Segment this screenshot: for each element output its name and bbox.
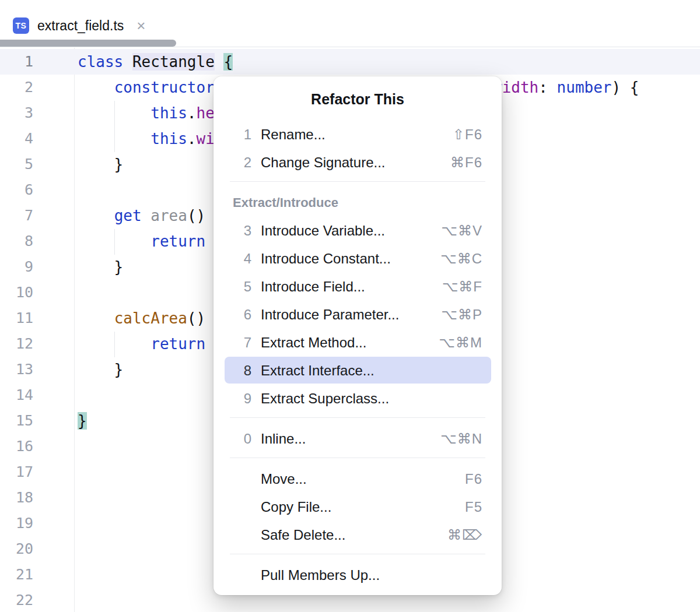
line-number: 20 xyxy=(0,536,33,562)
menu-item-label: Move... xyxy=(261,471,465,487)
line-number: 4 xyxy=(0,126,33,152)
code-token xyxy=(142,207,151,224)
menu-item-change-signature[interactable]: 2Change Signature...⌘F6 xyxy=(214,149,502,177)
menu-item-inline[interactable]: 0Inline...⌥⌘N xyxy=(214,425,502,453)
popup-title: Refactor This xyxy=(214,85,502,114)
menu-item-shortcut: F6 xyxy=(465,471,482,487)
menu-item-pull-members-up[interactable]: Pull Members Up... xyxy=(214,561,502,589)
menu-item-mnemonic: 5 xyxy=(214,279,251,295)
menu-item-move[interactable]: Move...F6 xyxy=(214,465,502,493)
menu-item-safe-delete[interactable]: Safe Delete...⌘⌦ xyxy=(214,521,502,549)
active-tab-underline xyxy=(0,40,176,47)
code-token: } xyxy=(78,258,123,276)
code-text: this.wi xyxy=(78,126,215,152)
menu-divider xyxy=(230,554,485,554)
code-token: . xyxy=(187,130,197,147)
menu-section-extract-introduce: Extract/Introduce xyxy=(214,189,502,217)
line-number: 2 xyxy=(0,75,33,100)
menu-divider xyxy=(230,181,485,182)
code-token: return xyxy=(150,233,205,250)
editor-tab-bar: TS extract_field.ts × xyxy=(0,0,700,47)
line-number: 19 xyxy=(0,511,33,536)
code-text: return xyxy=(78,228,205,254)
code-token: } xyxy=(78,361,123,378)
code-token: get xyxy=(114,207,142,224)
code-token: . xyxy=(187,104,197,122)
menu-item-label: Introduce Constant... xyxy=(261,251,440,267)
menu-divider xyxy=(230,458,485,458)
code-token: () xyxy=(187,207,205,224)
tab-title: extract_field.ts xyxy=(37,18,124,34)
line-number: 15 xyxy=(0,408,33,434)
code-token: he xyxy=(197,104,215,122)
line-number: 7 xyxy=(0,203,33,228)
code-token: Rectangle xyxy=(132,53,215,71)
tab-extract-field-ts[interactable]: TS extract_field.ts × xyxy=(13,10,145,41)
menu-item-shortcut: ⌥⌘P xyxy=(441,307,482,323)
menu-item-rename[interactable]: 1Rename...⇧F6 xyxy=(214,121,502,149)
menu-item-shortcut: ⌥⌘N xyxy=(440,431,482,447)
menu-item-label: Introduce Field... xyxy=(261,279,442,295)
indent-guide xyxy=(114,332,115,357)
menu-item-label: Rename... xyxy=(261,126,453,143)
code-text: this.he xyxy=(78,100,215,126)
menu-item-introduce-constant[interactable]: 4Introduce Constant...⌥⌘C xyxy=(214,245,502,273)
menu-item-extract-superclass[interactable]: 9Extract Superclass... xyxy=(214,385,502,413)
menu-item-label: Extract Interface... xyxy=(261,363,482,379)
menu-item-label: Pull Members Up... xyxy=(261,567,482,583)
menu-item-mnemonic: 6 xyxy=(214,307,251,323)
line-number: 10 xyxy=(0,280,33,305)
menu-item-shortcut: F5 xyxy=(465,499,482,515)
line-number: 5 xyxy=(0,152,33,177)
menu-item-shortcut: ⌘⌦ xyxy=(447,527,482,543)
line-number: 17 xyxy=(0,459,33,485)
code-text: } xyxy=(78,357,123,382)
menu-item-label: Introduce Variable... xyxy=(261,223,441,239)
menu-item-mnemonic: 3 xyxy=(214,223,251,239)
menu-item-shortcut: ⌥⌘F xyxy=(442,279,482,295)
code-token: class xyxy=(78,53,132,71)
code-token: ) { xyxy=(612,79,639,96)
line-number: 6 xyxy=(0,177,33,203)
code-token: } xyxy=(78,412,87,430)
menu-item-introduce-field[interactable]: 5Introduce Field...⌥⌘F xyxy=(214,273,502,301)
line-number: 3 xyxy=(0,100,33,126)
line-number: 1 xyxy=(0,49,33,75)
menu-item-shortcut: ⇧F6 xyxy=(453,126,482,143)
line-number: 14 xyxy=(0,382,33,408)
line-number: 18 xyxy=(0,485,33,511)
menu-item-label: Safe Delete... xyxy=(261,527,447,543)
code-token: calcArea xyxy=(114,309,187,327)
menu-item-shortcut: ⌘F6 xyxy=(450,154,482,171)
line-number: 9 xyxy=(0,254,33,280)
code-token: number xyxy=(557,79,612,96)
menu-item-extract-method[interactable]: 7Extract Method...⌥⌘M xyxy=(214,329,502,357)
line-number: 11 xyxy=(0,305,33,331)
menu-item-shortcut: ⌥⌘C xyxy=(440,251,482,267)
code-token xyxy=(78,207,114,224)
menu-item-shortcut: ⌥⌘V xyxy=(441,223,482,239)
code-text: calcArea() xyxy=(78,305,205,331)
typescript-file-icon: TS xyxy=(13,17,29,34)
menu-item-introduce-variable[interactable]: 3Introduce Variable...⌥⌘V xyxy=(214,217,502,245)
line-number: 16 xyxy=(0,434,33,459)
code-token: return xyxy=(150,335,205,353)
code-line-1[interactable]: 1class Rectangle { xyxy=(0,49,700,75)
menu-item-mnemonic: 2 xyxy=(214,154,251,171)
code-text: class Rectangle { xyxy=(78,49,233,75)
menu-item-extract-interface[interactable]: 8Extract Interface... xyxy=(214,357,502,385)
code-token: { xyxy=(223,53,233,71)
code-text: return xyxy=(78,331,205,357)
menu-item-introduce-parameter[interactable]: 6Introduce Parameter...⌥⌘P xyxy=(214,301,502,329)
menu-item-mnemonic: 9 xyxy=(214,391,251,407)
code-text: } xyxy=(78,152,123,177)
code-token: this xyxy=(150,104,187,122)
menu-item-label: Extract Method... xyxy=(261,335,439,351)
code-token: area xyxy=(150,207,187,224)
menu-item-copy-file[interactable]: Copy File...F5 xyxy=(214,493,502,521)
menu-item-label: Introduce Parameter... xyxy=(261,307,441,323)
tab-close-icon[interactable]: × xyxy=(136,18,145,33)
indent-guide xyxy=(114,229,115,255)
line-number: 21 xyxy=(0,562,33,588)
code-token: constructor xyxy=(114,79,215,96)
